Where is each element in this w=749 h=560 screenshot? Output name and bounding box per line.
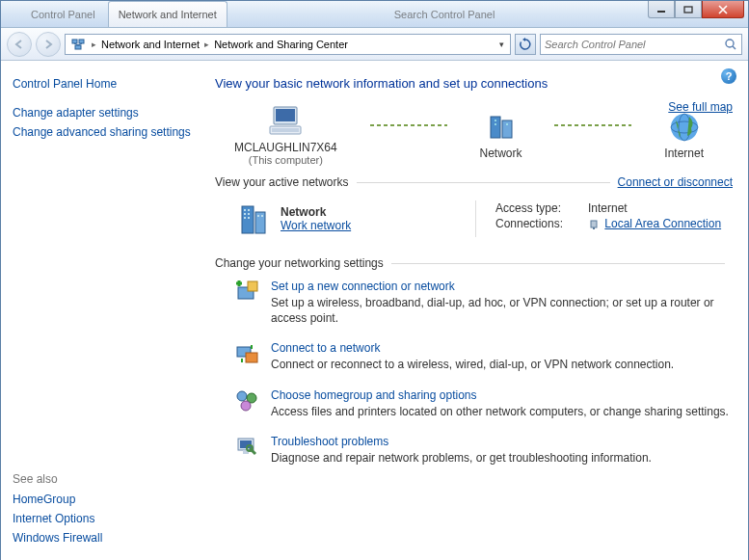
seealso-firewall[interactable]: Windows Firewall — [13, 528, 192, 547]
see-full-map-link[interactable]: See full map — [668, 100, 733, 114]
setup-connection-item[interactable]: Set up a new connection or network Set u… — [234, 280, 733, 326]
breadcrumb-segment[interactable]: Network and Internet — [99, 39, 201, 50]
svg-rect-2 — [72, 40, 77, 43]
settings-list: Set up a new connection or network Set u… — [215, 278, 733, 466]
settings-item-title: Choose homegroup and sharing options — [271, 388, 729, 402]
address-dropdown-icon[interactable]: ▾ — [495, 40, 508, 49]
section-label: Change your networking settings — [215, 256, 384, 270]
svg-rect-7 — [276, 109, 295, 121]
svg-rect-28 — [591, 221, 597, 227]
breadcrumb-segment[interactable]: Network and Sharing Center — [212, 39, 350, 50]
network-building-icon — [234, 200, 271, 237]
svg-rect-23 — [248, 213, 250, 215]
globe-icon — [664, 110, 704, 145]
change-settings-header: Change your networking settings — [215, 256, 733, 270]
svg-point-34 — [237, 391, 247, 401]
close-button[interactable] — [702, 1, 744, 18]
settings-item-title: Set up a new connection or network — [271, 280, 733, 293]
sidebar-link-advanced-sharing[interactable]: Change advanced sharing settings — [13, 122, 192, 142]
settings-item-title: Troubleshoot problems — [271, 435, 652, 448]
svg-rect-22 — [244, 213, 246, 215]
main-panel: ? View your basic network information an… — [203, 61, 748, 560]
connect-network-item[interactable]: Connect to a network Connect or reconnec… — [234, 341, 733, 372]
settings-item-desc: Connect or reconnect to a wireless, wire… — [271, 357, 674, 372]
sidebar-link-adapter[interactable]: Change adapter settings — [13, 103, 192, 122]
access-type-key: Access type: — [495, 201, 582, 215]
address-bar[interactable]: ▸ Network and Internet ▸ Network and Sha… — [65, 34, 511, 55]
divider — [357, 182, 610, 183]
section-label: View your active networks — [215, 175, 349, 189]
maximize-button[interactable] — [675, 1, 702, 18]
svg-point-5 — [726, 40, 734, 47]
sidebar-seealso: See also HomeGroup Internet Options Wind… — [13, 472, 192, 547]
seealso-homegroup[interactable]: HomeGroup — [13, 490, 192, 509]
troubleshoot-item[interactable]: Troubleshoot problems Diagnose and repai… — [234, 435, 733, 466]
titlebar[interactable]: Control Panel Network and Internet Searc… — [1, 1, 748, 28]
active-network-identity: Network Work network — [234, 200, 475, 237]
svg-point-15 — [671, 114, 698, 141]
settings-item-desc: Set up a wireless, broadband, dial-up, a… — [271, 295, 733, 326]
svg-rect-27 — [261, 215, 263, 217]
settings-item-desc: Access files and printers located on oth… — [271, 404, 729, 419]
minimize-button[interactable] — [648, 1, 675, 18]
active-network-details: Access type: Internet Connections: Local… — [475, 200, 733, 237]
computer-sublabel: (This computer) — [234, 154, 337, 166]
setup-connection-icon — [234, 280, 259, 305]
svg-rect-9 — [272, 128, 299, 132]
search-box[interactable] — [540, 34, 742, 55]
arrow-left-icon — [13, 39, 25, 50]
active-network-row: Network Work network Access type: Intern… — [215, 197, 733, 251]
search-icon — [724, 38, 737, 51]
computer-icon — [234, 104, 337, 139]
titlebar-tabs: Control Panel Network and Internet Searc… — [20, 1, 505, 27]
search-input[interactable] — [545, 39, 724, 50]
svg-rect-33 — [246, 353, 257, 362]
connection-link[interactable]: Local Area Connection — [604, 217, 721, 230]
nav-forward-button[interactable] — [36, 32, 61, 57]
tab-label: Network and Internet — [119, 9, 217, 20]
network-type-link[interactable]: Work network — [281, 219, 351, 232]
network-label: Network — [480, 147, 522, 160]
svg-rect-38 — [240, 440, 252, 448]
refresh-button[interactable] — [515, 34, 536, 55]
network-map: See full map MCLAUGHLIN7X64 (This comput… — [215, 104, 733, 166]
netmap-connector-icon — [370, 124, 447, 126]
tab-label: Control Panel — [31, 9, 95, 20]
svg-rect-25 — [248, 217, 250, 219]
window: Control Panel Network and Internet Searc… — [0, 0, 749, 560]
svg-rect-1 — [684, 7, 692, 13]
control-panel-home-link[interactable]: Control Panel Home — [13, 74, 192, 93]
seealso-internet-options[interactable]: Internet Options — [13, 509, 192, 528]
sidebar: Control Panel Home Change adapter settin… — [1, 61, 203, 560]
svg-rect-3 — [79, 40, 84, 43]
svg-rect-0 — [657, 11, 665, 13]
nav-back-button[interactable] — [7, 32, 32, 57]
settings-item-title: Connect to a network — [271, 341, 674, 355]
titlebar-tab[interactable]: Search Control Panel — [384, 1, 506, 27]
svg-rect-31 — [248, 281, 257, 291]
netmap-network: Network — [480, 110, 522, 160]
svg-point-36 — [241, 401, 251, 411]
svg-point-14 — [506, 123, 508, 125]
connect-network-icon — [234, 341, 259, 366]
titlebar-tab[interactable]: Network and Internet — [108, 1, 227, 27]
active-networks-header: View your active networks Connect or dis… — [215, 175, 733, 189]
netmap-connector-icon — [554, 124, 631, 126]
svg-rect-26 — [257, 215, 259, 217]
homegroup-item[interactable]: Choose homegroup and sharing options Acc… — [234, 388, 733, 419]
help-icon[interactable]: ? — [721, 68, 736, 84]
breadcrumb-chevron-icon[interactable]: ▸ — [89, 40, 99, 49]
netmap-computer: MCLAUGHLIN7X64 (This computer) — [234, 104, 337, 166]
titlebar-tab[interactable]: Control Panel — [20, 1, 106, 27]
settings-item-desc: Diagnose and repair network problems, or… — [271, 450, 652, 466]
divider — [391, 263, 725, 264]
connect-disconnect-link[interactable]: Connect or disconnect — [618, 175, 733, 189]
breadcrumb-chevron-icon[interactable]: ▸ — [201, 40, 212, 49]
arrow-right-icon — [42, 39, 54, 50]
refresh-icon — [519, 38, 532, 51]
svg-rect-11 — [502, 120, 512, 138]
network-sharing-icon — [70, 37, 86, 52]
seealso-label: See also — [13, 472, 192, 486]
svg-rect-20 — [244, 209, 246, 211]
network-name: Network — [281, 205, 351, 219]
